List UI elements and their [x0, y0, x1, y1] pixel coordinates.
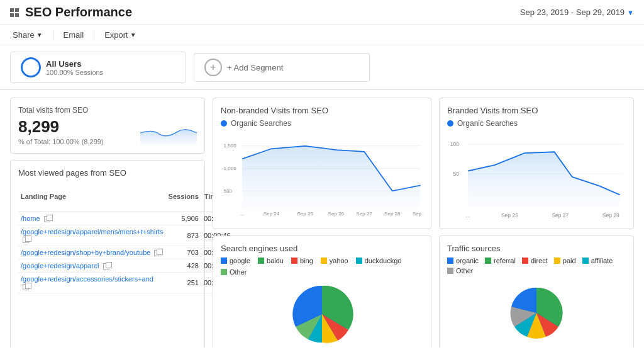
- pages-table: Landing Page Sessions Avg. Time on Page …: [18, 183, 233, 293]
- legend-color-swatch: [321, 258, 327, 264]
- table-row: /google+redesign/apparel/mens/mens+t+shi…: [18, 225, 233, 246]
- total-visits-info: 8,299 % of Total: 100.00% (8,299): [18, 117, 104, 145]
- legend-color-swatch: [554, 258, 560, 264]
- traffic-legend-item: paid: [554, 257, 576, 264]
- page-cell[interactable]: /google+redesign/apparel: [18, 259, 166, 273]
- branded-chart: 100 50 ... Sep 25 Sep 27 Sep 29: [447, 133, 626, 221]
- page-title: SEO Performance: [25, 5, 132, 20]
- table-row: /google+redesign/apparel 428 00:00:57: [18, 259, 233, 273]
- non-branded-legend: Organic Searches: [221, 119, 423, 128]
- share-button[interactable]: Share ▼: [10, 29, 45, 41]
- non-branded-chart: 1,500 1,000 500 ... Sep 24 Sep 25 Sep 26…: [221, 133, 423, 221]
- sessions-cell: 251: [166, 273, 201, 293]
- traffic-sources-card: Traffic sources organicreferraldirectpai…: [439, 235, 634, 348]
- svg-text:1,000: 1,000: [223, 166, 236, 171]
- legend-color-swatch: [447, 258, 453, 264]
- svg-text:...: ...: [466, 212, 470, 218]
- legend-label: Organic Searches: [231, 119, 291, 128]
- svg-text:Sep 28: Sep 28: [384, 211, 401, 217]
- branded-title: Branded Visits from SEO: [447, 106, 626, 115]
- svg-text:Sep 25: Sep 25: [297, 211, 313, 217]
- header: SEO Performance Sep 23, 2019 - Sep 29, 2…: [0, 0, 644, 25]
- copy-icon: [154, 250, 160, 256]
- left-column: Total visits from SEO 8,299 % of Total: …: [10, 98, 205, 348]
- legend-color-swatch: [447, 268, 453, 274]
- sessions-cell: 5,906: [166, 212, 201, 225]
- svg-text:50: 50: [453, 171, 459, 177]
- toolbar-divider: [94, 30, 94, 40]
- add-segment-icon: +: [204, 59, 222, 76]
- svg-text:Sep 27: Sep 27: [552, 212, 569, 218]
- legend-label: Organic Searches: [457, 119, 518, 128]
- add-segment-button[interactable]: + + Add Segment: [194, 53, 370, 82]
- legend-color-swatch: [291, 258, 297, 264]
- traffic-legend-item: direct: [522, 257, 548, 264]
- legend-dot: [447, 120, 453, 127]
- pie-legend-item: Other: [221, 268, 247, 276]
- col-page: Landing Page: [18, 183, 166, 212]
- segment-name: All Users: [46, 59, 103, 69]
- pie-chart: [221, 280, 423, 348]
- svg-text:...: ...: [240, 211, 245, 217]
- svg-text:1,500: 1,500: [223, 143, 236, 149]
- sparkline-chart: [140, 120, 197, 145]
- email-button[interactable]: Email: [61, 29, 87, 41]
- traffic-legend-item: organic: [447, 257, 479, 264]
- page-cell[interactable]: /home: [18, 212, 166, 225]
- copy-icon: [103, 263, 109, 269]
- total-visits-label: Total visits from SEO: [18, 106, 197, 115]
- sessions-cell: 428: [166, 259, 201, 273]
- sessions-cell: 873: [166, 225, 201, 246]
- table-row: /google+redesign/shop+by+brand/youtube 7…: [18, 246, 233, 259]
- toolbar-divider: [53, 30, 53, 40]
- pie-legend-item: bing: [291, 257, 313, 264]
- non-branded-title: Non-branded Visits from SEO: [221, 106, 423, 115]
- page-cell[interactable]: /google+redesign/apparel/mens/mens+t+shi…: [18, 225, 166, 246]
- traffic-legend: organicreferraldirectpaidaffiliateOther: [447, 257, 626, 275]
- svg-text:Sep 26: Sep 26: [328, 211, 345, 217]
- svg-text:Sep 25: Sep 25: [501, 212, 518, 218]
- mid-column: Non-branded Visits from SEO Organic Sear…: [213, 98, 431, 348]
- legend-dot: [221, 120, 227, 127]
- svg-text:Sep 27: Sep 27: [356, 211, 372, 217]
- chevron-down-icon: ▼: [36, 31, 43, 38]
- traffic-legend-item: affiliate: [582, 257, 613, 264]
- legend-color-swatch: [582, 258, 589, 264]
- toolbar: Share ▼ Email Export ▼: [0, 25, 644, 45]
- segments-bar: All Users 100.00% Sessions + + Add Segme…: [0, 45, 644, 90]
- page-cell[interactable]: /google+redesign/accessories/stickers+an…: [18, 273, 166, 293]
- page-cell[interactable]: /google+redesign/shop+by+brand/youtube: [18, 246, 166, 259]
- most-viewed-title: Most viewed pages from SEO: [18, 168, 197, 178]
- search-engines-title: Search engines used: [221, 244, 423, 253]
- legend-color-swatch: [522, 258, 528, 264]
- pie-legend-item: google: [221, 257, 250, 264]
- all-users-segment[interactable]: All Users 100.00% Sessions: [10, 52, 186, 83]
- most-viewed-card: Most viewed pages from SEO Landing Page …: [10, 160, 205, 348]
- table-row: /google+redesign/accessories/stickers+an…: [18, 273, 233, 293]
- legend-color-swatch: [485, 258, 491, 264]
- non-branded-card: Non-branded Visits from SEO Organic Sear…: [213, 98, 431, 229]
- traffic-legend-item: referral: [485, 257, 516, 264]
- svg-text:Sep 24: Sep 24: [264, 211, 280, 217]
- table-row: /home 5,906 00:01:00: [18, 212, 233, 225]
- legend-color-swatch: [221, 258, 227, 264]
- pie-legend-item: yahoo: [321, 257, 348, 264]
- total-visits-footer: % of Total: 100.00% (8,299): [18, 138, 104, 145]
- chevron-down-icon: ▼: [130, 31, 136, 38]
- pie-legend: googlebaidubingyahooduckduckgoOther: [221, 257, 423, 276]
- col-sessions: Sessions: [166, 183, 201, 212]
- traffic-legend-item: Other: [447, 267, 474, 275]
- segment-info: All Users 100.00% Sessions: [46, 59, 103, 76]
- chevron-down-icon: ▼: [627, 9, 634, 16]
- pie-legend-item: baidu: [258, 257, 284, 264]
- traffic-pie-chart: [447, 278, 626, 348]
- segment-circle: [21, 57, 41, 77]
- copy-icon: [23, 284, 29, 290]
- date-range[interactable]: Sep 23, 2019 - Sep 29, 2019 ▼: [520, 8, 634, 17]
- export-button[interactable]: Export ▼: [102, 29, 138, 41]
- branded-card: Branded Visits from SEO Organic Searches…: [439, 98, 634, 229]
- copy-icon: [44, 216, 50, 222]
- pie-legend-item: duckduckgo: [356, 257, 402, 264]
- total-visits-value: 8,299: [18, 117, 104, 137]
- search-engines-card: Search engines used googlebaidubingyahoo…: [213, 235, 431, 348]
